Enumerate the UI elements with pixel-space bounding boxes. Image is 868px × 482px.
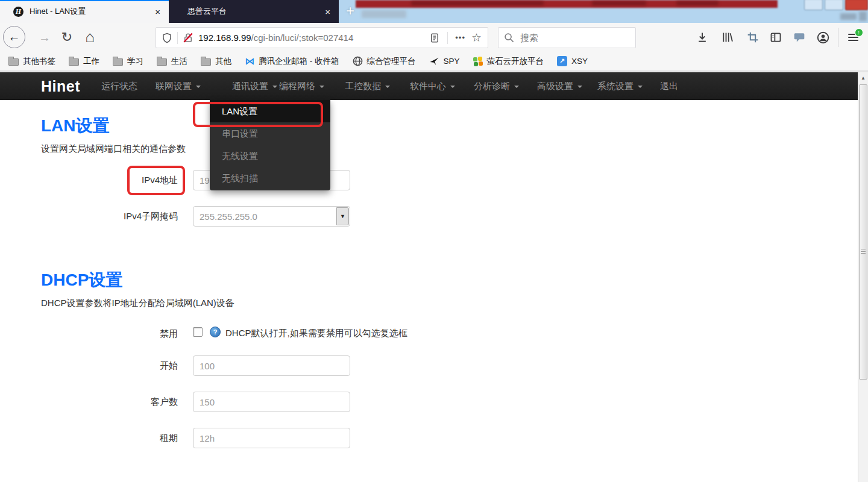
divider <box>447 32 448 44</box>
search-input[interactable] <box>498 27 636 48</box>
nav-item-running-status[interactable]: 运行状态 <box>101 72 137 100</box>
url-bar[interactable]: 192.168.9.99/cgi-bin/luci/;stok=027414 •… <box>156 27 488 48</box>
background-titlebar-text-blob <box>411 1 544 5</box>
downloads-button[interactable] <box>694 30 710 45</box>
comm-setup-dropdown-menu: LAN设置 串口设置 无线设置 无线扫描 <box>210 100 330 190</box>
bookmark-label: 其他 <box>215 56 231 67</box>
dhcp-disable-checkbox[interactable] <box>193 327 203 337</box>
library-button[interactable] <box>720 30 735 45</box>
bookmark-other-bookmarks[interactable]: 其他书签 <box>8 56 55 67</box>
nav-item-programming-network[interactable]: 编程网络 <box>279 72 324 100</box>
dhcp-clients-input[interactable] <box>193 392 350 412</box>
chat-bubble-icon <box>793 31 805 43</box>
scrollbar-up-arrow-icon[interactable]: ▲ <box>858 72 868 83</box>
scrollbar-grip-icon <box>861 249 866 254</box>
bookmark-label: 其他书签 <box>23 56 55 67</box>
ipv4-netmask-label: IPv4子网掩码 <box>41 211 178 222</box>
scrollbar-thumb[interactable] <box>859 84 867 380</box>
reload-button[interactable]: ↻ <box>58 28 76 47</box>
shield-icon[interactable] <box>162 32 172 44</box>
chevron-down-icon <box>196 86 201 88</box>
tab-hinet-lan[interactable]: H Hinet - LAN设置 × <box>0 0 169 23</box>
bookmark-spy[interactable]: SPY <box>429 56 460 66</box>
dropdown-item-wireless-scan[interactable]: 无线扫描 <box>210 167 330 189</box>
bookmark-life[interactable]: 生活 <box>157 56 187 67</box>
folder-icon <box>201 58 211 66</box>
insecure-lock-icon[interactable] <box>183 32 193 44</box>
tab-bar: H Hinet - LAN设置 × 思普云平台 × <box>0 0 339 23</box>
nav-item-comm-setup[interactable]: 通讯设置 <box>232 72 277 100</box>
screenshot-button[interactable] <box>745 30 761 45</box>
xsy-icon: ↗ <box>557 56 567 66</box>
nav-item-logout[interactable]: 退出 <box>660 72 678 100</box>
background-toolbar-blob <box>840 13 857 20</box>
nav-item-label: 编程网络 <box>279 81 315 91</box>
feedback-button[interactable] <box>791 30 807 45</box>
tab-close-icon[interactable]: × <box>325 7 330 17</box>
dhcp-lease-input[interactable] <box>193 428 350 448</box>
dhcp-clients-label: 客户数 <box>41 396 178 408</box>
sidebar-button[interactable] <box>768 30 784 45</box>
nav-item-diagnosis[interactable]: 分析诊断 <box>474 72 519 100</box>
dhcp-start-input[interactable] <box>193 355 350 376</box>
dropdown-item-lan-settings[interactable]: LAN设置 <box>210 100 330 122</box>
dropdown-item-serial-settings[interactable]: 串口设置 <box>210 122 330 145</box>
tab-sipu-cloud[interactable]: 思普云平台 × <box>169 0 339 23</box>
background-maximize-button <box>825 0 843 10</box>
nav-item-advanced-settings[interactable]: 高级设置 <box>537 72 582 100</box>
nav-item-label: 工控数据 <box>345 81 381 91</box>
bookmark-other[interactable]: 其他 <box>201 56 231 67</box>
bookmark-label: 生活 <box>171 56 187 67</box>
brand-logo[interactable]: Hinet <box>41 72 80 100</box>
hamburger-icon: ↑ <box>848 34 858 42</box>
home-button[interactable]: ⌂ <box>81 27 99 47</box>
bookmark-label: XSY <box>571 57 588 66</box>
bookmark-tencent-mail[interactable]: ⋈ 腾讯企业邮箱 - 收件箱 <box>245 56 339 67</box>
nav-item-label: 通讯设置 <box>232 81 268 91</box>
forward-button[interactable]: → <box>36 29 53 46</box>
url-text: 192.168.9.99/cgi-bin/luci/;stok=027414 <box>198 33 429 43</box>
bookmark-star-icon[interactable]: ☆ <box>471 31 482 45</box>
folder-icon <box>113 58 123 66</box>
chevron-down-icon <box>638 86 643 88</box>
page-actions-icon[interactable]: ••• <box>455 33 465 42</box>
chevron-down-icon <box>272 86 277 88</box>
bookmark-study[interactable]: 学习 <box>113 56 143 67</box>
folder-icon <box>157 58 167 66</box>
nav-item-network-setup[interactable]: 联网设置 <box>156 72 201 100</box>
chevron-down-icon <box>319 86 324 88</box>
ipv4-address-label: IPv4地址 <box>41 175 178 186</box>
netmask-dropdown-arrow-icon[interactable]: ▼ <box>336 207 349 225</box>
dhcp-section-desc: DHCP设置参数将IP地址分配给局域网(LAN)设备 <box>41 298 234 309</box>
nav-item-industrial-data[interactable]: 工控数据 <box>345 72 390 100</box>
dhcp-lease-label: 租期 <box>41 433 178 444</box>
new-tab-button[interactable]: + <box>341 2 359 20</box>
back-button[interactable]: ← <box>3 26 25 48</box>
reader-view-icon[interactable] <box>429 32 440 44</box>
dhcp-start-label: 开始 <box>41 360 178 372</box>
browser-toolbar: ← → ↻ ⌂ 192.168.9.99/cgi-bin/luci/;stok=… <box>0 23 868 52</box>
nav-item-system-settings[interactable]: 系统设置 <box>597 72 643 100</box>
bookmark-mgmt-platform[interactable]: 综合管理平台 <box>353 56 416 67</box>
dropdown-item-wireless-settings[interactable]: 无线设置 <box>210 145 330 167</box>
lan-section-desc: 设置网关局域网端口相关的通信参数 <box>41 143 186 155</box>
bookmark-label: 学习 <box>127 56 143 67</box>
nav-item-software-center[interactable]: 软件中心 <box>410 72 455 100</box>
search-box <box>498 27 636 48</box>
bookmark-work[interactable]: 工作 <box>69 56 99 67</box>
folder-icon <box>8 58 19 66</box>
account-button[interactable] <box>815 30 831 45</box>
ipv4-netmask-select[interactable] <box>193 206 350 227</box>
tab-close-icon[interactable]: × <box>155 7 160 17</box>
crop-icon <box>747 31 759 43</box>
help-icon: ? <box>210 327 221 337</box>
url-fade <box>402 28 423 47</box>
dhcp-section-title: DHCP设置 <box>41 269 122 292</box>
bookmark-xsy[interactable]: ↗ XSY <box>557 56 588 66</box>
nav-item-label: 运行状态 <box>101 81 137 91</box>
bookmark-ys7-platform[interactable]: 萤石云开放平台 <box>473 56 544 67</box>
page-scrollbar[interactable]: ▲ <box>858 72 868 482</box>
tencent-mail-icon: ⋈ <box>245 57 254 66</box>
nav-item-label: 退出 <box>660 81 678 91</box>
app-menu-button[interactable]: ↑ <box>845 30 861 45</box>
